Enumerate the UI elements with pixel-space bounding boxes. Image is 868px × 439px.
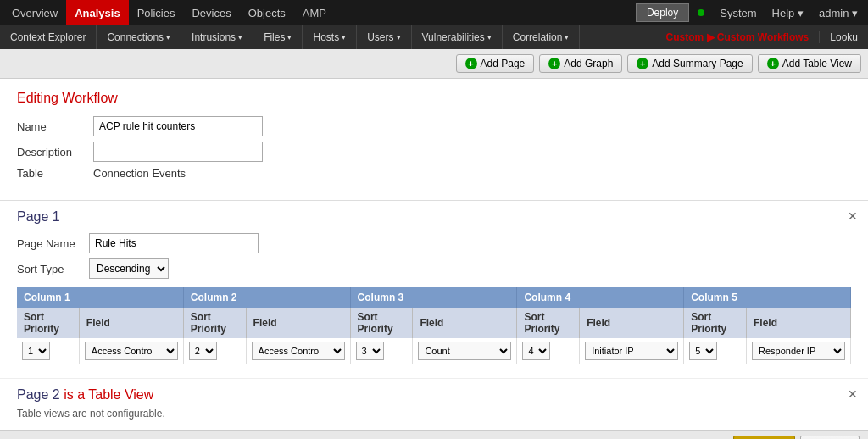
sort-priority-5-cell: 12345 (684, 338, 747, 364)
editing-workflow-section: Editing Workflow Name Description Table … (0, 79, 868, 201)
vuln-arrow: ▾ (487, 33, 492, 42)
status-dot (698, 9, 704, 16)
page1-title: Page 1 (17, 209, 851, 225)
subh-sort4: Sort Priority (517, 308, 580, 338)
sort-priority-3-cell: 12345 (350, 338, 413, 364)
add-page-button[interactable]: + Add Page (456, 54, 535, 73)
nav-devices[interactable]: Devices (183, 0, 239, 25)
nav-vulnerabilities[interactable]: Vulnerabilities ▾ (412, 25, 503, 49)
col4-header: Column 4 (517, 287, 684, 308)
col1-header: Column 1 (17, 287, 183, 308)
field-3-select[interactable]: Access Contro Count Initiator IP Respond… (418, 342, 511, 360)
sort-priority-1-select[interactable]: 12345 (22, 342, 50, 360)
nav-connections[interactable]: Connections ▾ (97, 25, 181, 49)
name-label: Name (17, 120, 93, 133)
subheader-row: Sort Priority Field Sort Priority Field … (17, 308, 851, 338)
name-row: Name (17, 116, 851, 136)
subh-field3: Field (413, 308, 517, 338)
field-1-cell: Access Contro Count Initiator IP Respond… (79, 338, 183, 364)
nav-correlation[interactable]: Correlation ▾ (503, 25, 581, 49)
subh-sort1: Sort Priority (17, 308, 79, 338)
description-row: Description (17, 142, 851, 162)
sort-priority-5-select[interactable]: 12345 (689, 342, 717, 360)
nav-users[interactable]: Users ▾ (357, 25, 411, 49)
nav-files[interactable]: Files ▾ (253, 25, 303, 49)
add-summary-page-button[interactable]: + Add Summary Page (627, 54, 752, 73)
nav-analysis[interactable]: Analysis (66, 0, 128, 25)
nav-hosts[interactable]: Hosts ▾ (303, 25, 357, 49)
sort-priority-1-cell: 12345 (17, 338, 79, 364)
sort-type-select[interactable]: Descending Ascending (89, 258, 169, 279)
subh-sort5: Sort Priority (684, 308, 747, 338)
corr-arrow: ▾ (565, 33, 569, 42)
nav-amp[interactable]: AMP (294, 0, 335, 25)
page-name-input[interactable] (89, 233, 259, 253)
add-table-icon: + (767, 58, 779, 69)
editing-workflow-title: Editing Workflow (17, 91, 851, 106)
add-graph-icon: + (548, 58, 560, 69)
footer-bar: Save Cancel (0, 430, 868, 439)
page1-close[interactable]: ✕ (848, 209, 858, 223)
field-1-select[interactable]: Access Contro Count Initiator IP Respond… (85, 342, 178, 360)
hosts-arrow: ▾ (342, 33, 346, 42)
col2-header: Column 2 (183, 287, 350, 308)
sort-priority-4-cell: 12345 (517, 338, 580, 364)
save-button[interactable]: Save (733, 436, 794, 439)
nav-overview[interactable]: Overview (3, 0, 66, 25)
sort-type-label: Sort Type (17, 263, 89, 275)
field-4-select[interactable]: Access Contro Count Initiator IP Respond… (585, 342, 678, 360)
subh-sort3: Sort Priority (350, 308, 413, 338)
col3-header: Column 3 (350, 287, 517, 308)
page1-section: Page 1 ✕ Page Name Sort Type Descending … (0, 201, 868, 379)
subh-field1: Field (79, 308, 183, 338)
lookup-item[interactable]: Looku (819, 31, 868, 43)
field-4-cell: Access Contro Count Initiator IP Respond… (580, 338, 684, 364)
page-name-row: Page Name (17, 233, 851, 253)
nav-intrusions[interactable]: Intrusions ▾ (181, 25, 253, 49)
cancel-button[interactable]: Cancel (800, 436, 860, 439)
system-menu[interactable]: System (713, 7, 763, 19)
field-5-select[interactable]: Access Contro Count Initiator IP Respond… (752, 342, 845, 360)
nav-context-explorer[interactable]: Context Explorer (0, 25, 97, 49)
help-menu[interactable]: Help ▾ (765, 7, 810, 19)
field-2-select[interactable]: Access Contro Count Initiator IP Respond… (252, 342, 345, 360)
intrusions-arrow: ▾ (238, 33, 242, 42)
top-nav: Overview Analysis Policies Devices Objec… (0, 0, 868, 25)
page2-title: Page 2 is a Table View (17, 387, 851, 403)
custom-breadcrumb[interactable]: Custom ▶ Custom Workflows (656, 31, 820, 43)
files-arrow: ▾ (287, 33, 292, 42)
columns-table: Column 1 Column 2 Column 3 Column 4 Colu… (17, 287, 851, 364)
subh-field5: Field (746, 308, 850, 338)
sort-priority-3-select[interactable]: 12345 (356, 342, 384, 360)
second-nav: Context Explorer Connections ▾ Intrusion… (0, 25, 868, 49)
page2-close[interactable]: ✕ (848, 387, 858, 401)
field-3-cell: Access Contro Count Initiator IP Respond… (413, 338, 517, 364)
add-table-view-button[interactable]: + Add Table View (758, 54, 861, 73)
table-row: 12345 Access Contro Count Initiator IP R… (17, 338, 851, 364)
description-input[interactable] (93, 142, 263, 162)
nav-objects[interactable]: Objects (240, 0, 294, 25)
sort-priority-2-select[interactable]: 12345 (189, 342, 217, 360)
sort-priority-4-select[interactable]: 12345 (522, 342, 550, 360)
table-label: Table (17, 167, 93, 180)
main-content: Editing Workflow Name Description Table … (0, 79, 868, 430)
subh-field4: Field (580, 308, 684, 338)
table-row: Table Connection Events (17, 167, 851, 180)
name-input[interactable] (93, 116, 263, 136)
col5-header: Column 5 (684, 287, 851, 308)
page-name-label: Page Name (17, 237, 89, 250)
admin-menu[interactable]: admin ▾ (812, 7, 865, 19)
nav-policies[interactable]: Policies (129, 0, 184, 25)
field-2-cell: Access Contro Count Initiator IP Respond… (246, 338, 350, 364)
deploy-button[interactable]: Deploy (636, 3, 689, 22)
page2-description: Table views are not configurable. (17, 408, 851, 420)
action-bar: + Add Page + Add Graph + Add Summary Pag… (0, 49, 868, 79)
add-graph-button[interactable]: + Add Graph (539, 54, 622, 73)
table-value: Connection Events (93, 167, 186, 180)
add-page-icon: + (465, 58, 477, 69)
subh-sort2: Sort Priority (183, 308, 246, 338)
sort-priority-2-cell: 12345 (183, 338, 246, 364)
field-5-cell: Access Contro Count Initiator IP Respond… (746, 338, 850, 364)
page2-section: Page 2 is a Table View Table views are n… (0, 379, 868, 430)
users-arrow: ▾ (397, 33, 401, 42)
